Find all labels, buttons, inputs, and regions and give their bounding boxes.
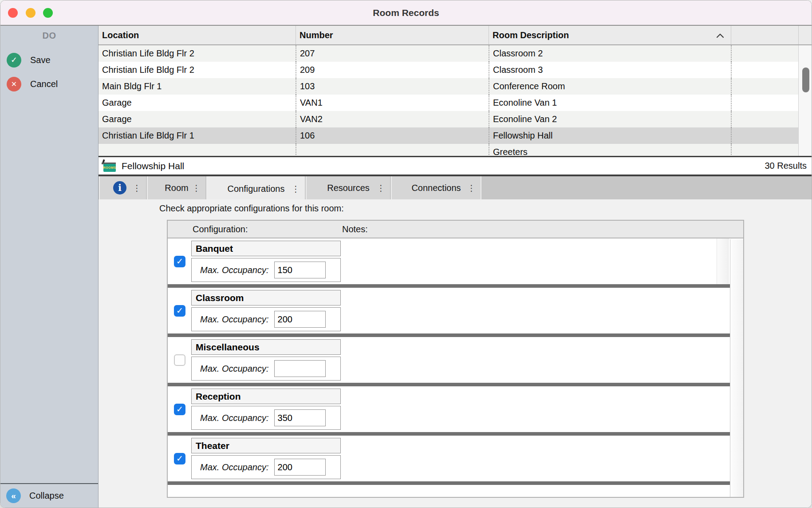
table-row-selected[interactable]: Christian Life Bldg Flr 1 106 Fellowship…	[99, 127, 812, 144]
collapse-label: Collapse	[29, 491, 64, 501]
row-separator	[168, 383, 730, 386]
cell-description[interactable]: Classroom 3	[489, 62, 731, 78]
results-rows: Christian Life Bldg Flr 2 207 Classroom …	[99, 45, 812, 156]
cell-location[interactable]: Christian Life Bldg Flr 2	[99, 62, 296, 78]
column-header-scroll-corner	[798, 26, 812, 44]
config-checkbox[interactable]: ✓	[174, 404, 185, 415]
config-name: Reception	[191, 389, 341, 404]
rooms-sign-icon: ROOMS	[102, 159, 117, 173]
tab-info[interactable]: i ⋮	[99, 176, 146, 199]
cell-description[interactable]: Econoline Van 1	[489, 95, 731, 111]
config-name: Classroom	[191, 290, 341, 306]
cell-number[interactable]: VAN1	[296, 95, 489, 111]
tab-configurations-active[interactable]: Configurations ⋮	[206, 176, 305, 201]
tab-menu-dots-icon[interactable]: ⋮	[467, 183, 476, 193]
cell-number[interactable]: 207	[296, 45, 489, 62]
config-checkbox[interactable]: ✓	[174, 453, 185, 464]
title-bar: Room Records	[0, 0, 812, 26]
cell-empty[interactable]	[731, 144, 798, 156]
configurations-table: Configuration: Notes: ✓ Banquet Max. Occ…	[167, 220, 744, 498]
notes-scrollbar-track[interactable]	[717, 238, 729, 284]
tab-bar: i ⋮ Room ⋮ Configurations ⋮ Resources ⋮ …	[99, 175, 812, 199]
cancel-x-icon: ✕	[7, 77, 21, 91]
table-row[interactable]: Garage VAN2 Econoline Van 2	[99, 111, 812, 127]
save-button[interactable]: ✓ Save	[7, 52, 51, 67]
sidebar: DO ✓ Save ✕ Cancel « Collapse	[0, 26, 99, 508]
sort-ascending-icon	[716, 33, 725, 38]
config-table-header: Configuration: Notes:	[168, 221, 743, 238]
table-row[interactable]: Greeters	[99, 144, 812, 156]
cell-empty[interactable]	[731, 45, 798, 62]
table-row[interactable]: Christian Life Bldg Flr 2 209 Classroom …	[99, 62, 812, 78]
max-occupancy-input[interactable]	[274, 360, 326, 377]
cell-empty[interactable]	[731, 62, 798, 78]
cell-location[interactable]	[99, 144, 296, 156]
cell-description[interactable]: Classroom 2	[489, 45, 731, 62]
table-row[interactable]: Garage VAN1 Econoline Van 1	[99, 95, 812, 111]
collapse-chevrons-icon: «	[6, 488, 21, 503]
cell-description[interactable]: Conference Room	[489, 78, 731, 95]
occupancy-label: Max. Occupancy:	[200, 314, 269, 325]
cell-location[interactable]: Garage	[99, 95, 296, 111]
cell-empty[interactable]	[731, 127, 798, 144]
column-header-location[interactable]: Location	[99, 26, 296, 44]
max-occupancy-input[interactable]	[274, 311, 326, 328]
table-row[interactable]: Main Bldg Flr 1 103 Conference Room	[99, 78, 812, 95]
max-occupancy-input[interactable]	[274, 409, 326, 426]
config-scrollbar-track[interactable]	[730, 239, 743, 497]
results-count: 30 Results	[765, 161, 807, 171]
occupancy-label: Max. Occupancy:	[200, 364, 269, 374]
row-separator	[168, 284, 730, 288]
config-row-miscellaneous: ✓ Miscellaneous Max. Occupancy:	[168, 337, 730, 383]
cell-description[interactable]: Greeters	[489, 144, 731, 156]
table-row[interactable]: Christian Life Bldg Flr 2 207 Classroom …	[99, 45, 812, 62]
results-header-row: Location Number Room Description	[99, 26, 812, 45]
cell-description[interactable]: Fellowship Hall	[489, 127, 731, 144]
cell-number[interactable]	[296, 144, 489, 156]
table-scrollbar-thumb[interactable]	[802, 67, 809, 92]
tab-menu-dots-icon[interactable]: ⋮	[133, 183, 141, 193]
cell-location[interactable]: Garage	[99, 111, 296, 127]
column-header-room-description[interactable]: Room Description	[489, 26, 731, 44]
tab-resources[interactable]: Resources ⋮	[306, 176, 390, 199]
cell-location[interactable]: Christian Life Bldg Flr 1	[99, 127, 296, 144]
cancel-button[interactable]: ✕ Cancel	[7, 76, 58, 91]
cell-location[interactable]: Main Bldg Flr 1	[99, 78, 296, 95]
cell-number[interactable]: 209	[296, 62, 489, 78]
save-label: Save	[30, 55, 51, 65]
notes-column-header: Notes:	[342, 224, 368, 234]
cell-empty[interactable]	[731, 95, 798, 111]
tab-room[interactable]: Room ⋮	[147, 176, 205, 199]
cell-location[interactable]: Christian Life Bldg Flr 2	[99, 45, 296, 62]
max-occupancy-input[interactable]	[274, 262, 326, 278]
sidebar-header: DO	[0, 31, 98, 41]
occupancy-label: Max. Occupancy:	[200, 462, 269, 472]
max-occupancy-input[interactable]	[274, 459, 326, 476]
tab-connections[interactable]: Connections ⋮	[391, 176, 481, 199]
cell-empty[interactable]	[731, 111, 798, 127]
config-name: Miscellaneous	[191, 339, 341, 355]
info-icon: i	[113, 181, 126, 194]
tab-menu-dots-icon[interactable]: ⋮	[292, 184, 300, 194]
cell-number[interactable]: 106	[296, 127, 489, 144]
collapse-button[interactable]: « Collapse	[0, 483, 98, 508]
config-row-classroom: ✓ Classroom Max. Occupancy:	[168, 288, 730, 333]
cell-number[interactable]: 103	[296, 78, 489, 95]
config-checkbox[interactable]: ✓	[174, 256, 185, 267]
config-checkbox[interactable]: ✓	[174, 354, 185, 366]
empty-config-row	[168, 485, 730, 498]
row-separator	[168, 333, 730, 337]
save-check-icon: ✓	[7, 53, 21, 67]
room-results-table: Location Number Room Description Christi…	[99, 26, 812, 157]
cell-empty[interactable]	[731, 78, 798, 95]
occupancy-label: Max. Occupancy:	[200, 413, 269, 423]
tab-menu-dots-icon[interactable]: ⋮	[192, 183, 201, 193]
column-header-number[interactable]: Number	[296, 26, 489, 44]
cell-number[interactable]: VAN2	[296, 111, 489, 127]
cell-description[interactable]: Econoline Van 2	[489, 111, 731, 127]
row-separator	[168, 432, 730, 436]
tab-menu-dots-icon[interactable]: ⋮	[377, 183, 385, 193]
config-checkbox[interactable]: ✓	[174, 305, 185, 317]
table-scrollbar-track[interactable]	[798, 45, 812, 156]
row-separator	[168, 481, 730, 485]
